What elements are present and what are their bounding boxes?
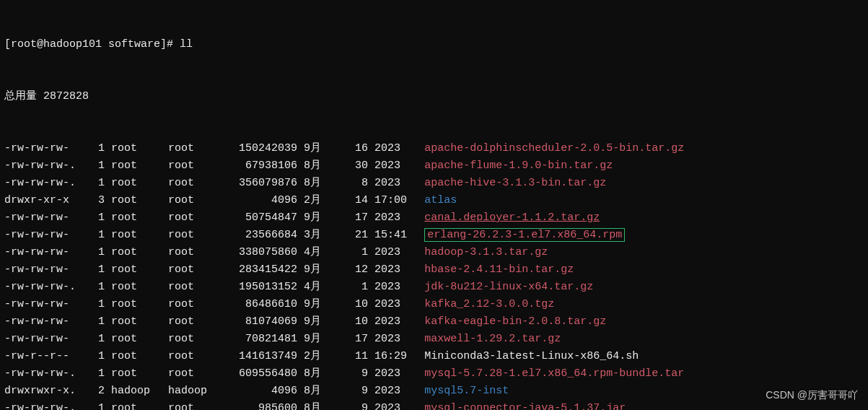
links: 1	[90, 400, 105, 410]
file-name: maxwell-1.29.2.tar.gz	[424, 333, 561, 345]
file-row: -rw-rw-rw-. 1 root root 356079876 8月 8 2…	[4, 175, 864, 192]
file-row: -rw-rw-rw- 1 root root 70821481 9月 17 20…	[4, 331, 864, 348]
file-row: -rw-rw-rw-. 1 root root 985600 8月 9 2023…	[4, 400, 864, 410]
day: 30	[339, 157, 368, 175]
day: 8	[339, 175, 368, 192]
time: 2023	[374, 313, 418, 331]
shell-prompt: [root@hadoop101 software]# ll	[4, 36, 864, 53]
month: 3月	[304, 227, 333, 244]
size: 86486610	[225, 296, 297, 313]
file-name: apache-dolphinscheduler-2.0.5-bin.tar.gz	[424, 142, 684, 154]
file-name: kafka-eagle-bin-2.0.8.tar.gz	[424, 315, 606, 328]
size: 338075860	[225, 244, 297, 261]
links: 3	[90, 192, 105, 209]
time: 2023	[374, 140, 418, 157]
group: root	[168, 365, 219, 383]
group: root	[168, 348, 219, 365]
file-row: -rw-rw-rw- 1 root root 283415422 9月 12 2…	[4, 261, 864, 279]
month: 8月	[304, 400, 333, 410]
owner: root	[111, 244, 162, 261]
perm: -rw-rw-rw-.	[4, 157, 84, 175]
file-row: drwxrwxr-x. 2 hadoop hadoop 4096 8月 9 20…	[4, 383, 864, 400]
size: 50754847	[225, 209, 297, 227]
total-line: 总用量 2872828	[4, 88, 864, 105]
group: root	[168, 192, 219, 209]
day: 9	[339, 383, 368, 400]
file-row: -rw-rw-rw- 1 root root 86486610 9月 10 20…	[4, 296, 864, 313]
file-name: mysql-connector-java-5.1.37.jar	[424, 402, 626, 410]
perm: -rw-rw-rw-.	[4, 175, 84, 192]
owner: root	[111, 296, 162, 313]
perm: -rw-rw-rw-	[4, 209, 84, 227]
month: 8月	[304, 175, 333, 192]
size: 356079876	[225, 175, 297, 192]
file-row: -rw-rw-rw- 1 root root 150242039 9月 16 2…	[4, 140, 864, 157]
day: 11	[339, 348, 368, 365]
month: 2月	[304, 348, 333, 365]
group: root	[168, 261, 219, 279]
group: root	[168, 175, 219, 192]
group: root	[168, 296, 219, 313]
day: 16	[339, 140, 368, 157]
size: 609556480	[225, 365, 297, 383]
month: 9月	[304, 140, 333, 157]
group: root	[168, 244, 219, 261]
month: 4月	[304, 279, 333, 296]
links: 1	[90, 244, 105, 261]
file-row: -rw-rw-rw- 1 root root 81074069 9月 10 20…	[4, 313, 864, 331]
size: 195013152	[225, 279, 297, 296]
month: 9月	[304, 296, 333, 313]
time: 2023	[374, 209, 418, 227]
size: 141613749	[225, 348, 297, 365]
time: 2023	[374, 400, 418, 410]
perm: -rw-rw-rw-.	[4, 279, 84, 296]
group: root	[168, 279, 219, 296]
month: 9月	[304, 209, 333, 227]
links: 2	[90, 383, 105, 400]
file-name: mysql5.7-inst	[424, 385, 509, 397]
links: 1	[90, 279, 105, 296]
size: 4096	[225, 383, 297, 400]
group: root	[168, 313, 219, 331]
perm: -rw-rw-rw-	[4, 227, 84, 244]
links: 1	[90, 157, 105, 175]
perm: -rw-rw-rw-.	[4, 400, 84, 410]
time: 17:00	[374, 192, 418, 209]
month: 8月	[304, 157, 333, 175]
time: 2023	[374, 175, 418, 192]
owner: root	[111, 157, 162, 175]
file-row: -rw-rw-rw-. 1 root root 195013152 4月 1 2…	[4, 279, 864, 296]
links: 1	[90, 227, 105, 244]
links: 1	[90, 365, 105, 383]
terminal-output[interactable]: [root@hadoop101 software]# ll 总用量 287282…	[0, 0, 868, 410]
links: 1	[90, 261, 105, 279]
size: 4096	[225, 192, 297, 209]
file-name: apache-hive-3.1.3-bin.tar.gz	[424, 177, 606, 189]
day: 9	[339, 365, 368, 383]
day: 12	[339, 261, 368, 279]
month: 9月	[304, 261, 333, 279]
file-name: jdk-8u212-linux-x64.tar.gz	[424, 281, 593, 293]
file-name: mysql-5.7.28-1.el7.x86_64.rpm-bundle.tar	[424, 367, 684, 380]
file-name: kafka_2.12-3.0.0.tgz	[424, 298, 554, 310]
day: 1	[339, 244, 368, 261]
links: 1	[90, 175, 105, 192]
group: root	[168, 209, 219, 227]
owner: hadoop	[111, 383, 162, 400]
owner: root	[111, 209, 162, 227]
time: 15:41	[374, 227, 418, 244]
file-name: atlas	[424, 194, 457, 206]
group: hadoop	[168, 383, 219, 400]
month: 4月	[304, 244, 333, 261]
size: 67938106	[225, 157, 297, 175]
perm: -rw-r--r--	[4, 348, 84, 365]
links: 1	[90, 348, 105, 365]
time: 2023	[374, 244, 418, 261]
owner: root	[111, 400, 162, 410]
time: 2023	[374, 383, 418, 400]
time: 16:29	[374, 348, 418, 365]
owner: root	[111, 331, 162, 348]
owner: root	[111, 175, 162, 192]
month: 2月	[304, 192, 333, 209]
day: 17	[339, 209, 368, 227]
